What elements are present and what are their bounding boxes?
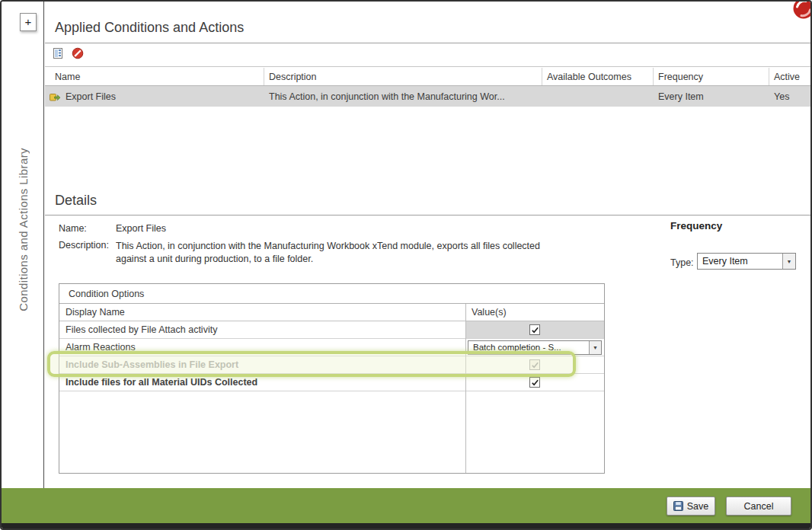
row-description: This Action, in conjunction with the Man…	[264, 86, 542, 107]
alarm-reactions-value: Batch completion - S...	[468, 341, 589, 354]
sidebar-tab-conditions-library[interactable]: Conditions and Actions Library	[2, 44, 44, 414]
condition-options-group: Condition Options Display Name Value(s) …	[59, 283, 605, 474]
window-bottom-edge	[2, 523, 810, 528]
page-title: Applied Conditions and Actions	[55, 20, 244, 36]
cancel-button[interactable]: Cancel	[726, 496, 791, 516]
save-icon	[673, 501, 683, 511]
save-button-label: Save	[687, 501, 709, 512]
library-sidebar: + Conditions and Actions Library	[2, 2, 44, 491]
table-row-export-files[interactable]: Export Files This Action, in conjunction…	[45, 86, 810, 107]
description-value: This Action, in conjunction with the Man…	[116, 240, 573, 266]
applied-conditions-table: Name Description Available Outcomes Freq…	[45, 68, 810, 107]
application-window: + Conditions and Actions Library Applied…	[0, 0, 812, 530]
column-header-description[interactable]: Description	[264, 68, 542, 85]
frequency-type-value: Every Item	[698, 254, 782, 269]
frequency-type-label: Type:	[670, 257, 694, 268]
condition-row-alarm-reactions: Alarm Reactions Batch completion - S... …	[59, 339, 604, 356]
capture-indicator-icon	[792, 0, 812, 20]
row-active: Yes	[769, 86, 810, 107]
column-header-active[interactable]: Active	[769, 68, 810, 85]
row-frequency: Every Item	[654, 86, 769, 107]
save-button[interactable]: Save	[667, 496, 715, 516]
condition-row-include-sub-assemblies: Include Sub-Assemblies in File Export	[59, 356, 604, 374]
condition-label: Alarm Reactions	[59, 342, 465, 353]
chevron-down-icon: ▼	[589, 341, 601, 354]
divider	[45, 215, 810, 216]
column-header-display-name: Display Name	[59, 307, 465, 318]
divider	[45, 66, 810, 67]
checkbox-checked[interactable]	[529, 377, 540, 388]
export-action-icon	[49, 91, 61, 103]
sidebar-tab-label: Conditions and Actions Library	[17, 148, 30, 311]
column-header-name[interactable]: Name	[45, 68, 264, 85]
condition-value-cell	[465, 374, 604, 391]
frequency-heading: Frequency	[670, 220, 722, 231]
details-section-title: Details	[55, 193, 97, 209]
description-label: Description:	[59, 240, 109, 251]
column-header-available-outcomes[interactable]: Available Outcomes	[542, 68, 654, 85]
disable-icon[interactable]	[70, 46, 85, 62]
checkbox-checked[interactable]	[529, 324, 540, 335]
row-available-outcomes	[542, 86, 654, 107]
checkbox-checked-disabled	[529, 359, 540, 370]
condition-label: Include files for all Material UIDs Coll…	[59, 377, 465, 388]
toolbar	[50, 46, 85, 62]
chevron-down-icon: ▼	[782, 254, 795, 269]
add-button[interactable]: +	[20, 13, 37, 31]
condition-value-cell: Batch completion - S... ▼	[465, 339, 604, 356]
condition-options-header-row: Display Name Value(s)	[59, 304, 604, 321]
condition-value-cell	[465, 321, 604, 338]
condition-value-cell	[465, 356, 604, 373]
column-divider	[465, 304, 466, 473]
condition-label: Include Sub-Assemblies in File Export	[59, 359, 465, 370]
condition-label: Files collected by File Attach activity	[59, 324, 465, 335]
name-value: Export Files	[116, 223, 166, 234]
divider	[45, 43, 810, 43]
edit-properties-icon[interactable]	[50, 46, 66, 62]
condition-options-title: Condition Options	[59, 284, 604, 304]
footer: Save Cancel	[2, 488, 810, 523]
row-name: Export Files	[66, 91, 116, 102]
column-header-frequency[interactable]: Frequency	[654, 68, 769, 85]
condition-row-files-collected: Files collected by File Attach activity	[59, 321, 604, 339]
table-header-row: Name Description Available Outcomes Freq…	[45, 68, 810, 86]
column-header-values: Value(s)	[465, 304, 604, 321]
frequency-type-select[interactable]: Every Item ▼	[697, 253, 796, 270]
condition-row-include-material-uids: Include files for all Material UIDs Coll…	[59, 374, 604, 391]
alarm-reactions-select[interactable]: Batch completion - S... ▼	[468, 340, 602, 355]
name-label: Name:	[59, 223, 87, 234]
